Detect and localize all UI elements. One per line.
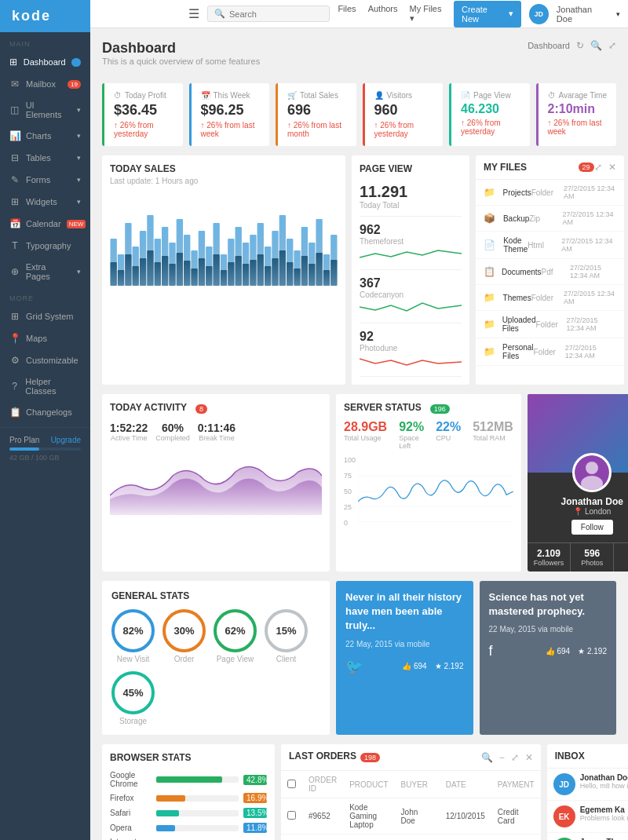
browser-item: Firefox 16.9% xyxy=(110,793,267,803)
activity-badge: 8 xyxy=(195,404,207,414)
resize-icon[interactable]: ⤢ xyxy=(594,162,602,173)
ui-icon: ◫ xyxy=(9,104,20,115)
forms-icon: ✎ xyxy=(9,174,20,185)
svg-rect-59 xyxy=(316,253,322,286)
file-row: 📁 Themes Folder 27/2/2015 12:34 AM xyxy=(476,285,624,311)
card-change: ↑ 26% from yesterday xyxy=(461,119,520,136)
select-all-checkbox[interactable] xyxy=(287,780,296,788)
sidebar-item-label: Dashboard xyxy=(24,57,66,67)
expand-icon[interactable]: ⤢ xyxy=(511,752,519,763)
svg-rect-51 xyxy=(257,254,264,286)
circle-new-visit: 82% New Visit xyxy=(111,609,155,663)
sidebar-item-customizable[interactable]: ⚙ Customizable xyxy=(0,349,90,371)
file-row: 📁 Personal Files Folder 27/2/2015 12:34 … xyxy=(476,338,624,366)
order-id-header: ORDER ID xyxy=(302,771,343,798)
browser-name: Safari xyxy=(110,809,152,817)
browser-bar-fill xyxy=(156,776,222,783)
sidebar-item-helper[interactable]: ? Helper Classes xyxy=(0,371,90,401)
svg-rect-39 xyxy=(169,264,175,286)
sidebar-item-label: Mailbox xyxy=(26,79,56,89)
inbox-content: Jonathan Doe Hello, m8 how is goin ? xyxy=(580,773,628,795)
today-sales-subtitle: Last update: 1 Hours ago xyxy=(110,177,338,185)
sidebar-item-grid[interactable]: ⊞ Grid System xyxy=(0,305,90,327)
inbox-panel: INBOX 9 − ⤢ ✕ JD Jonathan Doe Hello, m8 … xyxy=(547,744,628,840)
sidebar-item-ui-elements[interactable]: ◫ UI Elements ▾ xyxy=(0,95,90,125)
product-header: PRODUCT xyxy=(343,771,394,798)
stat-card-week: 📅 This Week $96.25 ↑ 26% from last week xyxy=(189,83,270,146)
browser-bar-bg xyxy=(156,776,239,783)
inbox-item[interactable]: EK Egemem Ka Problems look mighty small.… xyxy=(547,801,628,833)
pro-plan-label: Pro Plan xyxy=(9,436,39,444)
orders-title: LAST ORDERS xyxy=(289,751,356,761)
sidebar-more-label: MORE xyxy=(0,287,90,305)
close-icon[interactable]: ✕ xyxy=(608,162,616,173)
svg-rect-31 xyxy=(111,262,117,286)
row-checkbox[interactable] xyxy=(287,811,296,820)
sidebar-item-label: Charts xyxy=(26,131,51,141)
page-subtitle: This is a quick overview of some feature… xyxy=(102,57,260,66)
close-icon[interactable]: ✕ xyxy=(525,752,533,763)
sidebar-item-tables[interactable]: ⊟ Tables ▾ xyxy=(0,147,90,169)
inbox-title: INBOX xyxy=(555,751,628,761)
sidebar-item-typography[interactable]: T Typography xyxy=(0,235,90,257)
file-type: Folder xyxy=(535,320,566,329)
sidebar-item-forms[interactable]: ✎ Forms ▾ xyxy=(0,169,90,191)
payment-header: PAYMENT xyxy=(491,771,541,798)
completed-label: Completed xyxy=(155,434,190,442)
my-files-nav[interactable]: My Files ▾ xyxy=(410,4,446,24)
create-new-button[interactable]: Create New ▾ xyxy=(454,1,521,27)
activity-stats: 1:52:22 Active Time 60% Completed 0:11:4… xyxy=(110,422,322,442)
search-box[interactable]: 🔍 xyxy=(207,5,330,22)
today-sales-panel: TODAY SALES Last update: 1 Hours ago xyxy=(102,155,345,385)
search-icon[interactable]: 🔍 xyxy=(590,40,602,51)
payment: Paypal xyxy=(491,835,541,841)
total-usage-stat: 28.9GB Total Usage xyxy=(344,420,387,450)
username-label[interactable]: Jonathan Doe xyxy=(557,5,608,24)
authors-nav[interactable]: Authors xyxy=(368,4,398,24)
browser-bar-bg xyxy=(156,795,239,802)
folder-icon: 📁 xyxy=(484,187,497,198)
sidebar-item-mailbox[interactable]: ✉ Mailbox 19 xyxy=(0,73,90,95)
sidebar-item-changelogs[interactable]: 📋 Changelogs xyxy=(0,401,90,423)
search-input[interactable] xyxy=(229,9,323,19)
app-logo[interactable]: kode xyxy=(0,0,90,32)
sidebar-item-widgets[interactable]: ⊞ Widgets ▾ xyxy=(0,191,90,213)
page-view-title: PAGE VIEW xyxy=(360,163,462,174)
expand-icon[interactable]: ⤢ xyxy=(608,40,616,51)
general-stats-title: GENERAL STATS xyxy=(111,590,320,601)
menu-toggle-icon[interactable]: ☰ xyxy=(188,6,199,21)
minus-icon[interactable]: − xyxy=(499,752,505,763)
completed-stat: 60% Completed xyxy=(155,422,190,442)
sidebar-item-extra-pages[interactable]: ⊕ Extra Pages ▾ xyxy=(0,257,90,287)
svg-rect-56 xyxy=(294,268,300,286)
sparkline-photodune xyxy=(360,352,462,368)
refresh-icon[interactable]: ↻ xyxy=(576,40,584,51)
ram-label: Total RAM xyxy=(473,434,513,442)
sidebar-item-maps[interactable]: 📍 Maps xyxy=(0,327,90,349)
browser-item: Google Chrome 42.8% xyxy=(110,771,267,788)
cpu-label: CPU xyxy=(436,434,461,442)
sidebar-item-charts[interactable]: 📊 Charts ▾ xyxy=(0,125,90,147)
svg-rect-42 xyxy=(191,268,197,286)
svg-rect-53 xyxy=(272,258,278,286)
breadcrumb-label: Dashboard xyxy=(528,41,570,50)
topbar-nav: Files Authors My Files ▾ xyxy=(338,4,446,24)
upgrade-button[interactable]: Upgrade xyxy=(51,436,81,444)
inbox-item[interactable]: JT James Throwing New job offer ? 22 May xyxy=(547,833,628,840)
file-name: Backup xyxy=(503,214,529,223)
sidebar-item-calendar[interactable]: 📅 Calendar NEW xyxy=(0,213,90,235)
profile-location: 📍 London xyxy=(528,507,628,516)
card-change: ↑ 26% from last week xyxy=(201,121,261,138)
search-icon[interactable]: 🔍 xyxy=(481,752,493,763)
inbox-item[interactable]: JD Jonathan Doe Hello, m8 how is goin ? … xyxy=(547,769,628,801)
activity-chart xyxy=(110,448,322,515)
stat-cards: ⏱ Today Profit $36.45 ↑ 26% from yesterd… xyxy=(102,83,616,146)
likes-count: 902 xyxy=(615,548,628,559)
chevron-down-icon: ▾ xyxy=(77,198,81,206)
table-row: #9652 Kode Gaming Laptop John Doe 12/10/… xyxy=(281,798,541,835)
svg-rect-32 xyxy=(118,270,124,286)
follow-button[interactable]: Follow xyxy=(571,520,613,535)
browser-stats-panel: BROWSER STATS Google Chrome 42.8% Firefo… xyxy=(102,744,275,840)
files-nav[interactable]: Files xyxy=(338,4,356,24)
sidebar-item-dashboard[interactable]: ⊞ Dashboard 2 xyxy=(0,51,90,73)
